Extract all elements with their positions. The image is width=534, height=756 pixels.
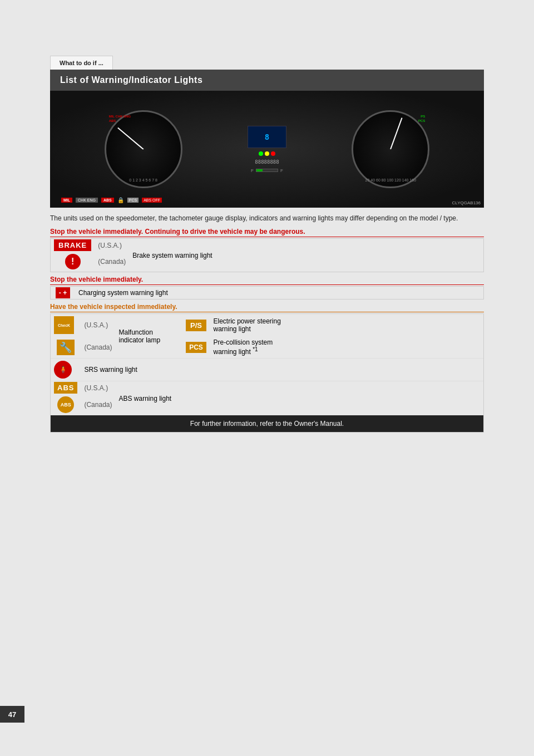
brake-description: Brake system warning light — [129, 239, 483, 272]
abs-region-canada: (Canada) — [81, 394, 115, 415]
inspect-label: Have the vehicle inspected immediately. — [50, 302, 484, 312]
mil-region-canada: (Canada) — [81, 336, 115, 359]
malfunction-description-line2: indicator lamp — [118, 336, 160, 344]
footer-bar: For further information, refer to the Ow… — [51, 415, 483, 432]
dashboard-description: The units used on the speedometer, the t… — [50, 213, 484, 223]
ps-badge: P/S — [186, 320, 206, 331]
malfunction-description-line1: Malfunction — [118, 328, 152, 336]
abs-badge-usa: ABS — [54, 382, 77, 394]
pcs-footnote: *1 — [253, 346, 258, 352]
charging-description: Charging system warning light — [75, 287, 483, 299]
abs-badge-canada: ABS — [57, 396, 74, 413]
srs-icon: 🧍 — [54, 361, 72, 379]
charging-warning-section: - + Charging system warning light — [50, 286, 484, 300]
brake-badge-usa: BRAKE — [54, 239, 91, 251]
pcs-description-line1: Pre-collision system — [213, 338, 273, 346]
pcs-description-line2: warning light — [213, 348, 250, 356]
section-tab: What to do if ... — [50, 56, 113, 70]
image-credit: CLYQGAB136 — [452, 200, 481, 205]
brake-warning-section: BRAKE (U.S.A.) Brake system warning ligh… — [50, 238, 484, 272]
page-number: 47 — [0, 706, 24, 723]
abs-description: ABS warning light — [115, 381, 483, 416]
ps-description-line1: Electric power steering — [213, 317, 280, 325]
stop-dangerous-label: Stop the vehicle immediately. Continuing… — [50, 227, 484, 237]
section-title: List of Warning/Indicator Lights — [50, 70, 484, 91]
mil-region-usa: (U.S.A.) — [81, 314, 115, 336]
pcs-badge: PCS — [186, 342, 206, 353]
check-badge-usa: ChecK — [54, 316, 74, 334]
ps-description-line2: warning light — [213, 325, 250, 333]
inspect-section: ChecK (U.S.A.) Malfunction indicator lam… — [50, 313, 484, 433]
stop-immediately-label: Stop the vehicle immediately. — [50, 274, 484, 285]
battery-badge: - + — [56, 287, 70, 298]
brake-region-canada: (Canada) — [95, 252, 129, 272]
brake-region-usa: (U.S.A.) — [95, 239, 129, 252]
srs-description: SRS warning light — [81, 359, 483, 381]
abs-region-usa: (U.S.A.) — [81, 381, 115, 395]
brake-badge-canada: ! — [65, 254, 81, 269]
engine-badge-canada: 🔧 — [57, 340, 75, 355]
dashboard-image: 0 1 2 3 4 5 6 7 8 MIL CHK ENG ABS 8 — [50, 91, 484, 208]
